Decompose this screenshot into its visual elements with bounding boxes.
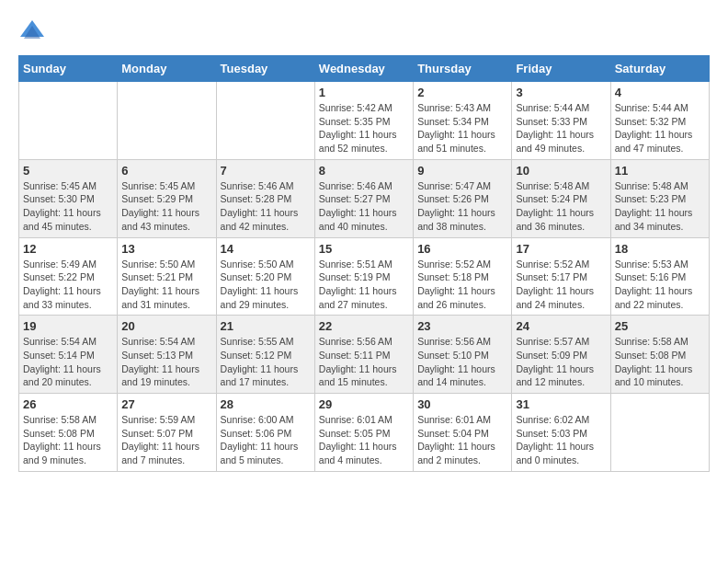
day-number: 15 <box>319 242 409 256</box>
day-number: 25 <box>615 319 705 333</box>
calendar-week-2: 12Sunrise: 5:49 AM Sunset: 5:22 PM Dayli… <box>19 237 710 316</box>
calendar-cell <box>610 394 709 472</box>
day-number: 16 <box>417 242 507 256</box>
day-number: 13 <box>121 242 211 256</box>
day-info: Sunrise: 5:48 AM Sunset: 5:23 PM Dayligh… <box>615 179 705 234</box>
day-number: 3 <box>516 86 606 99</box>
day-info: Sunrise: 5:55 AM Sunset: 5:12 PM Dayligh… <box>221 335 311 389</box>
calendar-cell: 5Sunrise: 5:45 AM Sunset: 5:30 PM Daylig… <box>19 159 118 237</box>
calendar-cell: 2Sunrise: 5:43 AM Sunset: 5:34 PM Daylig… <box>414 82 512 160</box>
calendar-cell: 24Sunrise: 5:57 AM Sunset: 5:09 PM Dayli… <box>512 316 610 394</box>
calendar-cell: 14Sunrise: 5:50 AM Sunset: 5:20 PM Dayli… <box>216 237 314 316</box>
weekday-header-saturday: Saturday <box>610 56 709 82</box>
day-info: Sunrise: 5:58 AM Sunset: 5:08 PM Dayligh… <box>615 335 705 389</box>
day-number: 24 <box>516 319 606 333</box>
day-number: 12 <box>23 242 113 256</box>
calendar-cell: 20Sunrise: 5:54 AM Sunset: 5:13 PM Dayli… <box>118 316 216 394</box>
calendar-table: SundayMondayTuesdayWednesdayThursdayFrid… <box>18 55 710 472</box>
day-number: 23 <box>417 319 507 333</box>
day-info: Sunrise: 5:44 AM Sunset: 5:32 PM Dayligh… <box>615 101 705 155</box>
day-number: 31 <box>516 397 606 411</box>
day-info: Sunrise: 6:00 AM Sunset: 5:06 PM Dayligh… <box>221 413 311 467</box>
day-number: 4 <box>615 86 705 99</box>
day-number: 21 <box>221 319 311 333</box>
calendar-cell: 3Sunrise: 5:44 AM Sunset: 5:33 PM Daylig… <box>512 82 610 160</box>
calendar-cell: 1Sunrise: 5:42 AM Sunset: 5:35 PM Daylig… <box>314 82 413 160</box>
day-info: Sunrise: 5:56 AM Sunset: 5:10 PM Dayligh… <box>417 335 507 389</box>
calendar-week-3: 19Sunrise: 5:54 AM Sunset: 5:14 PM Dayli… <box>19 316 710 394</box>
day-number: 14 <box>221 242 311 256</box>
calendar-cell: 13Sunrise: 5:50 AM Sunset: 5:21 PM Dayli… <box>118 237 216 316</box>
weekday-header-friday: Friday <box>512 56 610 82</box>
calendar-cell: 19Sunrise: 5:54 AM Sunset: 5:14 PM Dayli… <box>19 316 118 394</box>
day-info: Sunrise: 5:51 AM Sunset: 5:19 PM Dayligh… <box>319 258 409 312</box>
day-info: Sunrise: 5:43 AM Sunset: 5:34 PM Dayligh… <box>417 101 507 155</box>
day-number: 5 <box>23 164 113 178</box>
day-number: 19 <box>23 319 113 333</box>
day-info: Sunrise: 5:48 AM Sunset: 5:24 PM Dayligh… <box>516 179 606 234</box>
day-number: 1 <box>319 86 409 99</box>
day-info: Sunrise: 5:53 AM Sunset: 5:16 PM Dayligh… <box>615 258 705 312</box>
calendar-cell: 7Sunrise: 5:46 AM Sunset: 5:28 PM Daylig… <box>216 159 314 237</box>
calendar-cell <box>216 82 314 160</box>
calendar-cell: 27Sunrise: 5:59 AM Sunset: 5:07 PM Dayli… <box>118 394 216 472</box>
calendar-cell: 22Sunrise: 5:56 AM Sunset: 5:11 PM Dayli… <box>314 316 413 394</box>
calendar-cell: 28Sunrise: 6:00 AM Sunset: 5:06 PM Dayli… <box>216 394 314 472</box>
weekday-header-sunday: Sunday <box>19 56 118 82</box>
day-info: Sunrise: 5:45 AM Sunset: 5:29 PM Dayligh… <box>121 179 211 234</box>
day-info: Sunrise: 5:59 AM Sunset: 5:07 PM Dayligh… <box>121 413 211 467</box>
page-header <box>18 18 710 46</box>
calendar-week-1: 5Sunrise: 5:45 AM Sunset: 5:30 PM Daylig… <box>19 159 710 237</box>
calendar-cell: 30Sunrise: 6:01 AM Sunset: 5:04 PM Dayli… <box>414 394 512 472</box>
logo <box>18 18 50 46</box>
logo-icon <box>18 18 46 46</box>
calendar-cell: 16Sunrise: 5:52 AM Sunset: 5:18 PM Dayli… <box>414 237 512 316</box>
calendar-cell: 9Sunrise: 5:47 AM Sunset: 5:26 PM Daylig… <box>414 159 512 237</box>
day-info: Sunrise: 5:46 AM Sunset: 5:27 PM Dayligh… <box>319 179 409 234</box>
calendar-cell: 29Sunrise: 6:01 AM Sunset: 5:05 PM Dayli… <box>314 394 413 472</box>
weekday-header-tuesday: Tuesday <box>216 56 314 82</box>
calendar-cell: 25Sunrise: 5:58 AM Sunset: 5:08 PM Dayli… <box>610 316 709 394</box>
day-info: Sunrise: 6:02 AM Sunset: 5:03 PM Dayligh… <box>516 413 606 467</box>
day-number: 9 <box>417 164 507 178</box>
day-number: 10 <box>516 164 606 178</box>
day-info: Sunrise: 5:45 AM Sunset: 5:30 PM Dayligh… <box>23 179 113 234</box>
calendar-cell: 17Sunrise: 5:52 AM Sunset: 5:17 PM Dayli… <box>512 237 610 316</box>
calendar-cell: 12Sunrise: 5:49 AM Sunset: 5:22 PM Dayli… <box>19 237 118 316</box>
day-number: 6 <box>121 164 211 178</box>
calendar-cell <box>118 82 216 160</box>
day-info: Sunrise: 5:42 AM Sunset: 5:35 PM Dayligh… <box>319 101 409 155</box>
day-info: Sunrise: 5:52 AM Sunset: 5:17 PM Dayligh… <box>516 258 606 312</box>
weekday-header-thursday: Thursday <box>414 56 512 82</box>
calendar-cell: 23Sunrise: 5:56 AM Sunset: 5:10 PM Dayli… <box>414 316 512 394</box>
day-info: Sunrise: 5:52 AM Sunset: 5:18 PM Dayligh… <box>417 258 507 312</box>
calendar-week-4: 26Sunrise: 5:58 AM Sunset: 5:08 PM Dayli… <box>19 394 710 472</box>
calendar-cell: 6Sunrise: 5:45 AM Sunset: 5:29 PM Daylig… <box>118 159 216 237</box>
calendar-cell: 26Sunrise: 5:58 AM Sunset: 5:08 PM Dayli… <box>19 394 118 472</box>
day-info: Sunrise: 5:49 AM Sunset: 5:22 PM Dayligh… <box>23 258 113 312</box>
calendar-cell: 10Sunrise: 5:48 AM Sunset: 5:24 PM Dayli… <box>512 159 610 237</box>
weekday-header-row: SundayMondayTuesdayWednesdayThursdayFrid… <box>19 56 710 82</box>
day-info: Sunrise: 5:57 AM Sunset: 5:09 PM Dayligh… <box>516 335 606 389</box>
day-info: Sunrise: 5:58 AM Sunset: 5:08 PM Dayligh… <box>23 413 113 467</box>
day-number: 27 <box>121 397 211 411</box>
day-info: Sunrise: 5:54 AM Sunset: 5:14 PM Dayligh… <box>23 335 113 389</box>
day-number: 8 <box>319 164 409 178</box>
calendar-cell: 11Sunrise: 5:48 AM Sunset: 5:23 PM Dayli… <box>610 159 709 237</box>
day-info: Sunrise: 5:50 AM Sunset: 5:21 PM Dayligh… <box>121 258 211 312</box>
calendar-cell: 18Sunrise: 5:53 AM Sunset: 5:16 PM Dayli… <box>610 237 709 316</box>
day-number: 22 <box>319 319 409 333</box>
day-number: 2 <box>417 86 507 99</box>
calendar-cell: 8Sunrise: 5:46 AM Sunset: 5:27 PM Daylig… <box>314 159 413 237</box>
day-info: Sunrise: 5:50 AM Sunset: 5:20 PM Dayligh… <box>221 258 311 312</box>
day-info: Sunrise: 6:01 AM Sunset: 5:04 PM Dayligh… <box>417 413 507 467</box>
day-number: 11 <box>615 164 705 178</box>
day-info: Sunrise: 5:46 AM Sunset: 5:28 PM Dayligh… <box>221 179 311 234</box>
calendar-cell: 21Sunrise: 5:55 AM Sunset: 5:12 PM Dayli… <box>216 316 314 394</box>
calendar-cell: 4Sunrise: 5:44 AM Sunset: 5:32 PM Daylig… <box>610 82 709 160</box>
day-number: 20 <box>121 319 211 333</box>
calendar-cell: 15Sunrise: 5:51 AM Sunset: 5:19 PM Dayli… <box>314 237 413 316</box>
day-number: 30 <box>417 397 507 411</box>
weekday-header-wednesday: Wednesday <box>314 56 413 82</box>
day-number: 17 <box>516 242 606 256</box>
